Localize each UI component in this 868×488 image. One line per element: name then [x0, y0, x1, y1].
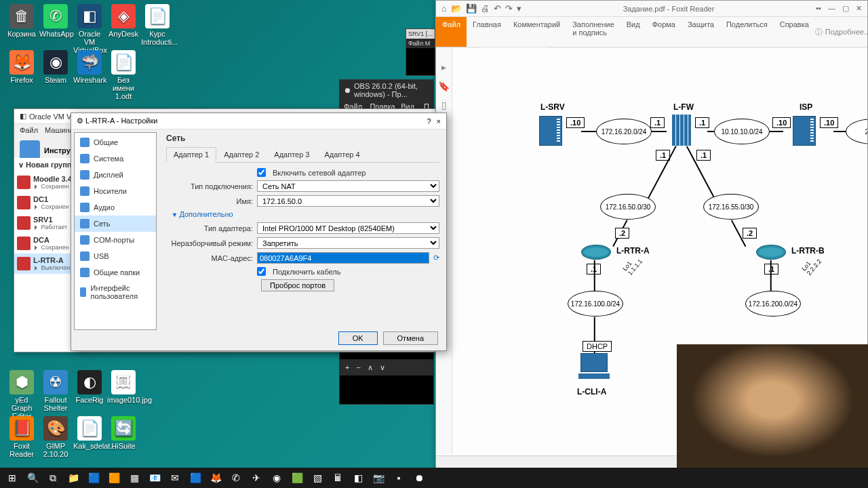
app-icon[interactable]: 🟦 [84, 469, 103, 487]
ribbon-tab-file[interactable]: Файл [436, 17, 467, 47]
explorer-icon[interactable]: 📁 [64, 469, 83, 487]
desktop-icon[interactable]: 🦈Wireshark [73, 50, 106, 84]
minimize-button[interactable]: — [828, 4, 835, 13]
terminal-icon[interactable]: ▪ [389, 469, 408, 487]
desktop-icon[interactable]: 🔄HiSuite [107, 416, 140, 450]
port-forwarding-button[interactable]: Проброс портов [261, 279, 334, 291]
app-icon[interactable]: 🟧 [104, 469, 123, 487]
app-icon[interactable]: 📧 [145, 469, 164, 487]
settings-category[interactable]: Общие [75, 134, 156, 150]
desktop-icon[interactable]: 🎨GIMP 2.10.20 [39, 416, 72, 458]
arrow-right-icon[interactable]: ▸ [441, 62, 446, 73]
adapter-tab[interactable]: Адаптер 4 [317, 147, 367, 162]
ok-button[interactable]: OK [338, 331, 378, 345]
obs-remove-icon[interactable]: − [356, 363, 360, 371]
ribbon-tab[interactable]: Защита [682, 17, 720, 47]
save-icon[interactable]: 💾 [466, 3, 477, 14]
vm-settings-dialog[interactable]: ⚙ L-RTR-A - Настройки ? × ОбщиеСистемаДи… [71, 113, 447, 351]
ribbon-tab[interactable]: Вид [620, 17, 646, 47]
bookmark-icon[interactable]: 🔖 [438, 81, 450, 92]
advanced-toggle[interactable]: Дополнительно [172, 210, 439, 218]
undo-icon[interactable]: ↶ [494, 3, 501, 14]
desktop-icon[interactable]: 📕Foxit Reader [5, 416, 38, 458]
app-icon[interactable]: ▧ [308, 469, 327, 487]
ribbon-tab[interactable]: Комментарий [507, 17, 566, 47]
close-button[interactable]: × [437, 117, 441, 125]
desktop-icon[interactable]: ⬢yEd Graph Editor [5, 370, 38, 420]
desktop-icon[interactable]: 🦊Firefox [5, 50, 38, 84]
redo-icon[interactable]: ↷ [505, 3, 513, 14]
desktop-icon[interactable]: ◈AnyDesk [107, 4, 140, 38]
settings-categories[interactable]: ОбщиеСистемаДисплейНосителиАудиоСетьCOM-… [74, 132, 157, 330]
close-button[interactable]: ✕ [856, 4, 862, 13]
menu-machine[interactable]: Машина [45, 126, 74, 134]
desktop-icon[interactable]: 🗑Корзина [5, 4, 38, 38]
print-icon[interactable]: 🖨 [481, 3, 490, 14]
obs-add-icon[interactable]: + [345, 363, 349, 371]
desktop-icon[interactable]: 📄Курс Introducti... [141, 4, 174, 46]
calc-icon[interactable]: 🖩 [328, 469, 347, 487]
adapter-tab[interactable]: Адаптер 3 [267, 147, 317, 162]
obs-source-buttons[interactable]: + − ∧ ∨ [340, 359, 433, 375]
srv1-vm-window[interactable]: SRV1 [... Файл М [406, 28, 435, 76]
cancel-button[interactable]: Отмена [383, 331, 438, 345]
help-button[interactable]: ? [427, 117, 431, 125]
start-button[interactable]: ⊞ [3, 469, 22, 487]
app-icon[interactable]: 🟩 [288, 469, 307, 487]
task-view-button[interactable]: ⧉ [43, 469, 62, 487]
ribbon-tab[interactable]: Заполнение и подпись [566, 17, 620, 47]
adapter-tabs[interactable]: Адаптер 1Адаптер 2Адаптер 3Адаптер 4 [166, 147, 439, 163]
settings-category[interactable]: COM-порты [75, 232, 156, 248]
settings-category[interactable]: Система [75, 150, 156, 167]
srv1-menu[interactable]: Файл М [406, 39, 435, 48]
telegram-icon[interactable]: ✈ [247, 469, 266, 487]
adapter-tab[interactable]: Адаптер 2 [216, 147, 267, 162]
maximize-button[interactable]: ▢ [842, 4, 849, 13]
ribbon-tab[interactable]: Справка [774, 17, 815, 47]
obs-up-icon[interactable]: ∧ [368, 363, 373, 372]
info-icon[interactable]: ⓘ [815, 27, 823, 37]
desktop-icon[interactable]: 📄Kak_sdelat... [73, 416, 106, 450]
desktop-icon[interactable]: ◐FaceRig [73, 370, 106, 404]
ribbon-tab[interactable]: Главная [467, 17, 507, 47]
cable-connected-checkbox[interactable] [257, 267, 266, 276]
desktop-icon[interactable]: ☢Fallout Shelter [39, 370, 72, 412]
attachment-type-select[interactable]: Сеть NAT [257, 180, 439, 192]
settings-category[interactable]: Сеть [75, 216, 156, 232]
foxit-extra[interactable]: ⓘ Подробнее... 🔍 ConvertWord to PDF [815, 17, 868, 47]
adapter-tab[interactable]: Адаптер 1 [166, 147, 216, 163]
network-name-select[interactable]: 172.16.50.0 [257, 195, 439, 207]
search-button[interactable]: 🔍 [23, 469, 42, 487]
app-icon[interactable]: ▦ [125, 469, 144, 487]
settings-category[interactable]: Дисплей [75, 167, 156, 183]
virtualbox-icon[interactable]: ◧ [349, 469, 368, 487]
firefox-icon[interactable]: 🦊 [206, 469, 225, 487]
desktop-icon[interactable]: ◧Oracle VM VirtualBox [73, 4, 106, 54]
whatsapp-icon[interactable]: ✆ [226, 469, 245, 487]
app-icon[interactable]: 🟦 [186, 469, 205, 487]
home-icon[interactable]: ⌂ [441, 3, 447, 14]
obs-icon[interactable]: ⏺ [410, 469, 429, 487]
desktop-icon[interactable]: 📄Без имени 1.odt [107, 50, 140, 100]
open-icon[interactable]: 📂 [451, 3, 462, 14]
app-icon[interactable]: 📷 [369, 469, 388, 487]
settings-category[interactable]: Интерфейс пользователя [75, 281, 156, 304]
mac-address-input[interactable] [257, 252, 429, 264]
desktop-icon[interactable]: ✆WhatsApp [39, 4, 72, 38]
ribbon-tab[interactable]: Форма [646, 17, 682, 47]
foxit-ribbon[interactable]: Файл ГлавнаяКомментарийЗаполнение и подп… [436, 17, 867, 47]
app-icon[interactable]: ✉ [165, 469, 184, 487]
pages-icon[interactable]: ▯ [441, 100, 447, 110]
obs-down-icon[interactable]: ∨ [380, 363, 385, 372]
adapter-type-select[interactable]: Intel PRO/1000 MT Desktop (82540EM) [257, 222, 439, 234]
desktop-icon[interactable]: 🖼image010.jpg [107, 370, 140, 404]
promiscuous-mode-select[interactable]: Запретить [257, 237, 439, 249]
refresh-mac-icon[interactable]: ⟳ [433, 253, 439, 262]
settings-category[interactable]: USB [75, 248, 156, 264]
desktop-icon[interactable]: ◉Steam [39, 50, 72, 84]
quick-access-toolbar[interactable]: ⌂ 📂 💾 🖨 ↶ ↷ ▾ [441, 3, 521, 14]
settings-category[interactable]: Носители [75, 183, 156, 199]
settings-category[interactable]: Общие папки [75, 264, 156, 281]
settings-category[interactable]: Аудио [75, 199, 156, 216]
ribbon-tab[interactable]: Поделиться [720, 17, 774, 47]
